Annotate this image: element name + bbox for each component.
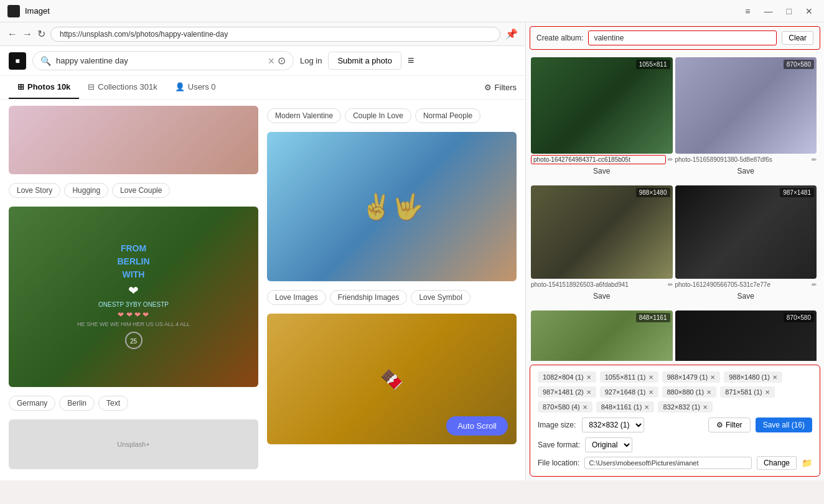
- tag-couple-in-love[interactable]: Couple In Love: [345, 108, 411, 123]
- photo-dim-5: 848×1161: [636, 313, 670, 322]
- save-btn-3[interactable]: Save: [531, 291, 673, 303]
- size-tag-0[interactable]: 1082×804 (1) ✕: [538, 371, 596, 383]
- maximize-btn[interactable]: □: [783, 5, 795, 17]
- refresh-btn[interactable]: ↻: [37, 28, 45, 40]
- photo-img-5[interactable]: 848×1161: [531, 310, 673, 361]
- size-tag-7[interactable]: 871×581 (1) ✕: [720, 386, 775, 398]
- create-album-input[interactable]: [588, 30, 777, 45]
- thumb-chocolate[interactable]: 🍫 Auto Scroll: [267, 314, 517, 444]
- size-tag-remove-0[interactable]: ✕: [586, 374, 591, 381]
- size-tag-10[interactable]: 832×832 (1) ✕: [658, 401, 713, 413]
- size-tag-3[interactable]: 988×1480 (1) ✕: [724, 371, 782, 383]
- tab-collections[interactable]: ⊟ Collections 301k: [79, 76, 166, 99]
- photo-img-2[interactable]: 870×580: [675, 57, 817, 154]
- search-input[interactable]: [56, 56, 265, 65]
- edit-icon-4[interactable]: ✏: [812, 281, 817, 288]
- right-panel: Create album: Clear 1055×811 photo-16427…: [525, 22, 824, 480]
- size-tag-label-0: 1082×804 (1): [543, 373, 584, 381]
- tag-germany[interactable]: Germany: [9, 396, 55, 411]
- tag-love-symbol[interactable]: Love Symbol: [411, 290, 470, 305]
- save-format-select[interactable]: Original: [585, 437, 632, 452]
- content-wrap: Love Story Hugging Love Couple FROMBERLI…: [0, 100, 525, 480]
- save-btn-2[interactable]: Save: [675, 166, 817, 178]
- size-tag-remove-10[interactable]: ✕: [703, 404, 708, 411]
- tag-love-story[interactable]: Love Story: [9, 183, 60, 198]
- format-row: Save format: Original: [538, 437, 812, 452]
- photo-img-6[interactable]: 870×580: [675, 310, 817, 361]
- clear-album-btn[interactable]: Clear: [782, 31, 813, 45]
- berlin-image: FROMBERLINWITH ❤ ONESTP 3YBY ONESTP ❤ ❤ …: [9, 207, 258, 387]
- size-tag-remove-5[interactable]: ✕: [648, 389, 653, 396]
- tag-friendship-images[interactable]: Friendship Images: [330, 290, 408, 305]
- partial-image-top[interactable]: [9, 106, 258, 174]
- folder-icon[interactable]: 📁: [802, 458, 812, 468]
- size-tag-8[interactable]: 870×580 (4) ✕: [538, 401, 592, 413]
- photo-img-1[interactable]: 1055×811: [531, 57, 673, 154]
- tab-users[interactable]: 👤 Users 0: [166, 76, 225, 99]
- auto-scroll-btn[interactable]: Auto Scroll: [446, 416, 508, 436]
- collections-icon: ⊟: [88, 82, 95, 91]
- close-btn[interactable]: ✕: [802, 5, 817, 17]
- tag-row-germany: Germany Berlin Text: [9, 393, 258, 413]
- change-btn[interactable]: Change: [757, 456, 797, 470]
- size-tag-remove-7[interactable]: ✕: [765, 389, 770, 396]
- tag-love-images[interactable]: Love Images: [267, 290, 326, 305]
- address-input[interactable]: [50, 27, 500, 42]
- filters-btn[interactable]: ⚙ Filters: [484, 83, 517, 92]
- size-tag-remove-2[interactable]: ✕: [710, 374, 715, 381]
- thumb-hands-ocean[interactable]: ✌🤟: [267, 132, 517, 281]
- size-tag-4[interactable]: 987×1481 (2) ✕: [538, 386, 596, 398]
- hamburger-menu-btn[interactable]: ≡: [408, 54, 414, 67]
- thumb-more[interactable]: Unsplash+: [9, 419, 258, 469]
- size-tag-2[interactable]: 988×1479 (1) ✕: [662, 371, 721, 383]
- size-tag-remove-9[interactable]: ✕: [644, 404, 649, 411]
- file-location-input[interactable]: [584, 457, 752, 469]
- tag-hugging[interactable]: Hugging: [64, 183, 108, 198]
- size-tag-remove-4[interactable]: ✕: [586, 389, 591, 396]
- menu-icon-btn[interactable]: ≡: [741, 5, 754, 17]
- titlebar-controls: ≡ — □ ✕: [741, 5, 817, 17]
- size-tag-6[interactable]: 880×880 (1) ✕: [662, 386, 717, 398]
- minimize-btn[interactable]: —: [761, 5, 777, 17]
- back-btn[interactable]: ←: [7, 29, 17, 40]
- pin-btn[interactable]: 📌: [505, 28, 518, 40]
- size-tags: 1082×804 (1) ✕ 1055×811 (1) ✕ 988×1479 (…: [538, 371, 812, 413]
- size-tag-5[interactable]: 927×1648 (1) ✕: [600, 386, 658, 398]
- submit-photo-btn[interactable]: Submit a photo: [328, 52, 401, 70]
- photo-dim-2: 870×580: [784, 60, 814, 69]
- filter-btn-label: Filter: [726, 421, 742, 429]
- size-tag-1[interactable]: 1055×811 (1) ✕: [600, 371, 658, 383]
- edit-icon-1[interactable]: ✏: [668, 156, 673, 163]
- forward-btn[interactable]: →: [22, 29, 32, 40]
- size-tag-remove-8[interactable]: ✕: [583, 404, 588, 411]
- tag-normal-people[interactable]: Normal People: [415, 108, 480, 123]
- tag-love-couple[interactable]: Love Couple: [112, 183, 170, 198]
- thumb-berlin[interactable]: FROMBERLINWITH ❤ ONESTP 3YBY ONESTP ❤ ❤ …: [9, 207, 258, 387]
- login-btn[interactable]: Log in: [300, 56, 322, 65]
- filter-action-btn[interactable]: ⚙ Filter: [708, 418, 751, 432]
- size-tag-9[interactable]: 848×1161 (1) ✕: [596, 401, 655, 413]
- save-btn-4[interactable]: Save: [675, 291, 817, 303]
- edit-icon-2[interactable]: ✏: [812, 156, 817, 163]
- photo-cell-3: 988×1480 photo-1541518926503-a6fdabd941 …: [531, 185, 673, 303]
- image-size-select[interactable]: 832×832 (1): [582, 418, 644, 432]
- photo-name-4: photo-1612490566705-531c7e77e: [675, 280, 810, 289]
- tag-berlin[interactable]: Berlin: [59, 396, 95, 411]
- tag-text[interactable]: Text: [98, 396, 128, 411]
- photo-img-4[interactable]: 987×1481: [675, 185, 817, 279]
- photo-img-3[interactable]: 988×1480: [531, 185, 673, 279]
- filter-icon: ⚙: [484, 83, 492, 92]
- save-all-btn[interactable]: Save all (16): [756, 418, 812, 432]
- size-tag-remove-3[interactable]: ✕: [772, 374, 777, 381]
- edit-icon-3[interactable]: ✏: [668, 281, 673, 288]
- search-clear-btn[interactable]: ✕: [268, 56, 275, 66]
- camera-search-btn[interactable]: ⊙: [278, 55, 286, 67]
- size-tag-remove-1[interactable]: ✕: [648, 374, 653, 381]
- titlebar-left: Imaget: [7, 5, 50, 17]
- size-tag-remove-6[interactable]: ✕: [706, 389, 711, 396]
- save-btn-1[interactable]: Save: [531, 166, 673, 178]
- tag-modern-valentine[interactable]: Modern Valentine: [267, 108, 341, 123]
- tab-photos[interactable]: ⊞ Photos 10k: [9, 76, 79, 99]
- size-tag-label-3: 988×1480 (1): [729, 373, 770, 381]
- filter-size-row: Image size: 832×832 (1) ⚙ Filter Save al…: [538, 418, 812, 432]
